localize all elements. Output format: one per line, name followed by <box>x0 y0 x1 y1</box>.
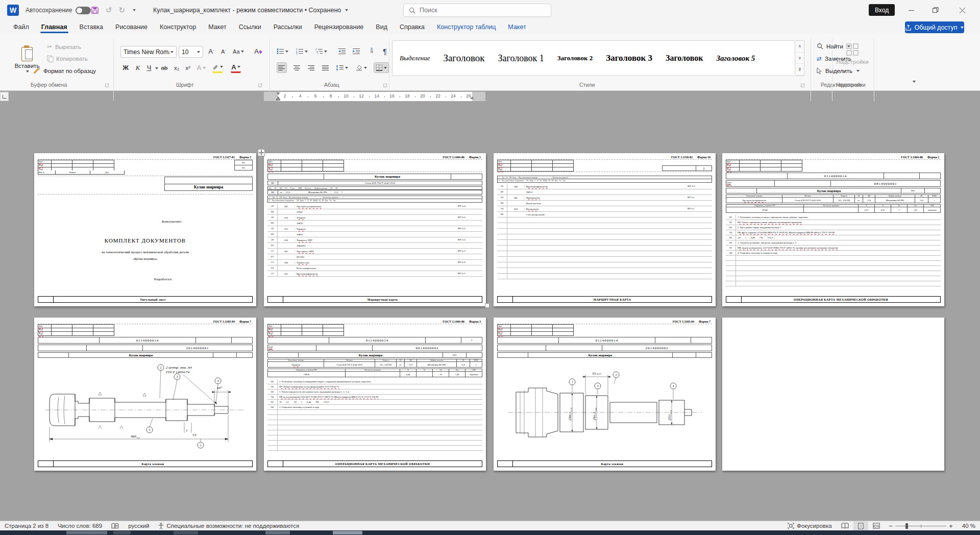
font-dialog-launcher-icon[interactable] <box>259 84 262 87</box>
shading-button[interactable] <box>355 62 367 73</box>
shrink-font-button[interactable]: Аˇ <box>218 46 229 57</box>
tab-references[interactable]: Ссылки <box>233 20 267 34</box>
multilevel-list-button[interactable]: 1ai <box>315 46 327 57</box>
zoom-in-icon[interactable]: + <box>949 522 953 530</box>
decrease-indent-button[interactable] <box>337 46 347 57</box>
minimize-button[interactable] <box>899 0 923 20</box>
tab-design[interactable]: Конструктор <box>154 20 202 34</box>
clipboard-dialog-launcher-icon[interactable] <box>106 84 109 87</box>
document-page-7[interactable]: ГОСТ 3.1105-84 Форма 7Дубл.Взам.Подп. 01… <box>494 318 716 471</box>
document-page-3[interactable]: ГОСТ 3.1118-82 Форма 1бДубл.Взам.Подп. 2… <box>494 153 716 306</box>
strikethrough-button[interactable]: ab <box>159 62 169 73</box>
tab-help[interactable]: Справка <box>394 20 431 34</box>
superscript-button[interactable]: x² <box>183 62 193 73</box>
borders-button[interactable] <box>374 62 389 73</box>
qat-customize-chevron-icon[interactable] <box>133 9 136 11</box>
document-page-5[interactable]: ГОСТ 3.1105-84 Форма 7Дубл.Взам.Подп. 01… <box>34 318 256 471</box>
grow-font-button[interactable]: Аˆ <box>206 46 216 57</box>
autosave-control[interactable]: Автосохранение <box>26 0 91 20</box>
text-effects-button[interactable]: А <box>196 62 206 73</box>
clear-formatting-button[interactable]: А◆ <box>253 46 263 57</box>
word-app-icon[interactable]: W <box>7 5 19 16</box>
style-item-heading1[interactable]: Заголовок 1 <box>498 53 544 64</box>
document-page-8[interactable] <box>722 318 944 471</box>
tab-layout[interactable]: Макет <box>202 20 232 34</box>
styles-gallery-scrollbar[interactable]: ∧∨⊽ <box>796 40 804 76</box>
font-color-button[interactable]: А <box>231 62 241 73</box>
style-item-heading4[interactable]: Заголовок <box>666 54 703 63</box>
align-right-button[interactable] <box>306 62 316 73</box>
bold-button[interactable]: Ж <box>120 62 131 73</box>
change-case-button[interactable]: Аа <box>233 46 244 57</box>
style-item-heading3[interactable]: Заголовок 3 <box>606 53 652 63</box>
search-input[interactable]: Поиск <box>403 4 551 17</box>
increase-indent-button[interactable] <box>351 46 361 57</box>
zoom-out-icon[interactable]: − <box>889 522 893 530</box>
web-layout-button[interactable] <box>868 521 885 530</box>
align-center-button[interactable] <box>292 62 302 73</box>
tab-mailings[interactable]: Рассылки <box>267 20 308 34</box>
proofing-status[interactable] <box>107 521 124 530</box>
paste-button[interactable]: Вставить <box>15 45 39 80</box>
style-item-heading5[interactable]: Заголовок 5 <box>716 54 755 63</box>
numbering-button[interactable]: 123 <box>296 46 308 57</box>
save-icon[interactable] <box>91 6 99 14</box>
document-page-4[interactable]: ГОСТ 3.1404-86 Форма 2Дубл.Взам.Подп. 01… <box>722 153 944 306</box>
print-layout-button[interactable] <box>853 521 868 530</box>
zoom-thumb[interactable] <box>905 523 908 529</box>
collapse-ribbon-chevron-icon[interactable] <box>913 81 916 83</box>
undo-icon[interactable]: ↺ <box>106 6 112 15</box>
format-painter-button[interactable]: Формат по образцу <box>34 67 96 74</box>
style-item-heading[interactable]: Заголовок <box>443 53 484 64</box>
restore-button[interactable] <box>924 0 947 20</box>
font-family-combo[interactable]: Times New Roman <box>120 46 177 58</box>
tab-draw[interactable]: Рисование <box>109 20 154 34</box>
bullets-button[interactable] <box>277 46 288 57</box>
tab-selector[interactable] <box>0 92 9 101</box>
zoom-level[interactable]: 40 % <box>958 521 980 530</box>
font-size-combo[interactable]: 10 <box>179 46 203 58</box>
document-page-2[interactable]: ГОСТ 3.1404-86 Форма 1Дубл.Взам.Подп. Ку… <box>264 153 486 306</box>
tab-file[interactable]: Файл <box>7 20 35 34</box>
underline-chevron-icon[interactable] <box>155 67 158 69</box>
paragraph-dialog-launcher-icon[interactable] <box>384 84 387 87</box>
page-indicator[interactable]: Страница 2 из 8 <box>0 521 53 530</box>
underline-button[interactable]: Ч <box>144 62 154 73</box>
tab-home[interactable]: Главная <box>35 20 74 34</box>
copy-button[interactable]: Копировать <box>47 55 88 62</box>
tab-review[interactable]: Рецензирование <box>308 20 370 34</box>
share-button[interactable]: Общий доступ <box>905 21 964 33</box>
styles-dialog-launcher-icon[interactable] <box>801 84 805 87</box>
sort-button[interactable]: АЯ <box>366 45 377 56</box>
show-marks-button[interactable]: ¶ <box>380 46 390 57</box>
language-indicator[interactable]: русский <box>124 521 154 530</box>
first-line-indent-marker[interactable] <box>276 92 280 95</box>
cut-button[interactable]: ✂Вырезать <box>47 43 81 51</box>
sign-in-button[interactable]: Вход <box>869 4 895 16</box>
close-button[interactable] <box>950 0 974 20</box>
tab-view[interactable]: Вид <box>370 20 394 34</box>
read-mode-button[interactable] <box>837 521 853 530</box>
accessibility-status[interactable]: Специальные возможности: не поддерживают… <box>154 521 304 530</box>
document-page-1[interactable]: ГОСТ 3.1117-81 Форма 2Дубл.Взам.Подп. Ин… <box>34 153 256 306</box>
style-item-emphasis[interactable]: Выделение <box>400 54 430 62</box>
left-indent-marker[interactable] <box>276 99 280 101</box>
addins-button[interactable]: Надстройки <box>837 43 868 75</box>
autosave-toggle[interactable] <box>76 7 91 14</box>
word-count[interactable]: Число слов: 689 <box>53 521 107 530</box>
table-move-handle[interactable] <box>258 149 265 156</box>
tab-table-design[interactable]: Конструктор таблиц <box>431 20 502 34</box>
align-left-button[interactable] <box>277 62 287 73</box>
highlight-button[interactable] <box>212 62 223 73</box>
tab-insert[interactable]: Вставка <box>74 20 109 34</box>
line-spacing-button[interactable] <box>336 62 348 73</box>
justify-button[interactable] <box>321 62 331 73</box>
style-item-heading2[interactable]: Заголовок 2 <box>557 54 593 62</box>
document-canvas[interactable]: ГОСТ 3.1117-81 Форма 2Дубл.Взам.Подп. Ин… <box>0 101 980 521</box>
zoom-slider[interactable]: − + <box>885 521 958 530</box>
tab-table-layout[interactable]: Макет <box>502 20 532 34</box>
table-resize-handle[interactable] <box>485 303 489 308</box>
horizontal-ruler[interactable]: 2468101214161820222426 <box>264 92 485 101</box>
italic-button[interactable]: К <box>133 62 143 73</box>
title-chevron-icon[interactable] <box>345 9 348 11</box>
